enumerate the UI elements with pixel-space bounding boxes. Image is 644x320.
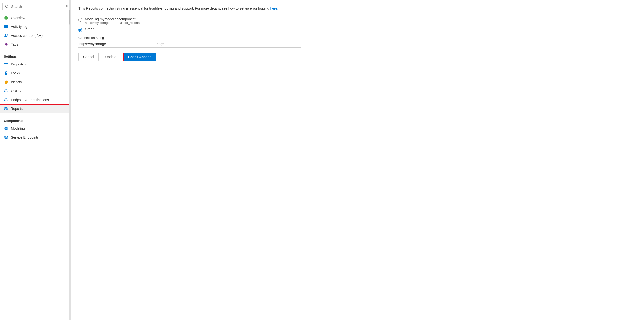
check-access-button[interactable]: Check Access bbox=[123, 53, 156, 61]
radio-option1-path: /Root_reports bbox=[120, 21, 140, 25]
search-box[interactable] bbox=[2, 3, 66, 10]
svg-rect-5 bbox=[5, 27, 7, 27]
sidebar-item-reports[interactable]: Reports bbox=[0, 104, 69, 113]
sidebar-label-access-control: Access control (IAM) bbox=[11, 34, 43, 38]
identity-icon bbox=[4, 80, 8, 84]
connection-string-input[interactable] bbox=[78, 41, 300, 48]
sidebar-item-properties[interactable]: Properties bbox=[0, 60, 69, 69]
activity-log-icon bbox=[4, 25, 8, 29]
sidebar-label-overview: Overview bbox=[11, 16, 25, 20]
endpoint-auth-icon bbox=[4, 98, 8, 102]
sidebar-item-overview[interactable]: Overview bbox=[0, 13, 69, 22]
svg-point-7 bbox=[7, 34, 8, 36]
components-header: Components bbox=[0, 115, 69, 124]
search-icon bbox=[5, 5, 9, 9]
settings-header: Settings bbox=[0, 51, 69, 60]
radio-modeling-input[interactable] bbox=[78, 18, 82, 22]
radio-modeling-label: Modeling mymodelingcomponent https://mys… bbox=[85, 17, 140, 25]
collapse-sidebar-button[interactable]: « bbox=[64, 3, 69, 9]
sidebar-label-identity: Identity bbox=[11, 80, 22, 84]
radio-other-input[interactable] bbox=[78, 28, 82, 32]
sidebar-label-service-endpoints: Service Endpoints bbox=[11, 135, 39, 139]
sidebar-label-tags: Tags bbox=[11, 43, 18, 47]
radio-option1-url: https://mystorage. bbox=[85, 21, 110, 25]
sidebar-item-tags[interactable]: Tags bbox=[0, 40, 69, 49]
cancel-button[interactable]: Cancel bbox=[78, 53, 99, 61]
tag-icon bbox=[4, 42, 8, 47]
svg-rect-10 bbox=[4, 64, 8, 65]
main-content: This Reports connection string is essent… bbox=[70, 0, 644, 320]
sidebar-label-modeling: Modeling bbox=[11, 126, 25, 130]
svg-line-1 bbox=[8, 8, 9, 9]
svg-rect-12 bbox=[5, 73, 8, 75]
sidebar-item-locks[interactable]: Locks bbox=[0, 69, 69, 78]
sidebar-item-service-endpoints[interactable]: Service Endpoints bbox=[0, 133, 69, 142]
svg-point-8 bbox=[6, 44, 6, 44]
sidebar-label-reports: Reports bbox=[10, 107, 23, 111]
radio-other-label: Other bbox=[85, 27, 94, 31]
svg-rect-4 bbox=[5, 26, 8, 27]
info-link[interactable]: here. bbox=[270, 7, 278, 10]
sidebar-nav: Overview Activity log Access control (IA… bbox=[0, 13, 69, 320]
info-text: This Reports connection string is essent… bbox=[78, 6, 636, 11]
button-row: Cancel Update Check Access bbox=[78, 53, 636, 61]
svg-rect-11 bbox=[4, 65, 8, 66]
modeling-icon bbox=[4, 126, 8, 131]
connection-string-label: Connection String bbox=[78, 36, 636, 40]
sidebar-item-modeling[interactable]: Modeling bbox=[0, 124, 69, 133]
settings-divider bbox=[4, 50, 65, 50]
svg-point-6 bbox=[5, 34, 6, 36]
reports-icon bbox=[4, 106, 8, 111]
sidebar-item-cors[interactable]: CORS bbox=[0, 86, 69, 95]
sidebar-item-access-control[interactable]: Access control (IAM) bbox=[0, 31, 69, 40]
sidebar-label-activity-log: Activity log bbox=[11, 25, 28, 29]
svg-rect-9 bbox=[4, 63, 8, 64]
sidebar-item-identity[interactable]: Identity bbox=[0, 78, 69, 86]
service-endpoints-icon bbox=[4, 135, 8, 140]
sidebar-item-endpoint-auth[interactable]: Endpoint Authentications bbox=[0, 95, 69, 104]
svg-point-2 bbox=[4, 16, 8, 20]
sidebar-label-locks: Locks bbox=[11, 71, 20, 75]
lock-icon bbox=[4, 71, 8, 75]
properties-icon bbox=[4, 62, 8, 66]
search-input[interactable] bbox=[11, 5, 64, 9]
components-divider bbox=[4, 114, 65, 114]
cors-icon bbox=[4, 89, 8, 93]
radio-group: Modeling mymodelingcomponent https://mys… bbox=[78, 17, 636, 32]
circle-green-icon bbox=[4, 16, 8, 20]
people-icon bbox=[4, 33, 8, 38]
sidebar-item-activity-log[interactable]: Activity log bbox=[0, 22, 69, 31]
sidebar: Overview Activity log Access control (IA… bbox=[0, 0, 69, 320]
radio-option-modeling[interactable]: Modeling mymodelingcomponent https://mys… bbox=[78, 17, 636, 25]
radio-option-other[interactable]: Other bbox=[78, 27, 636, 32]
sidebar-label-properties: Properties bbox=[11, 62, 27, 66]
sidebar-label-cors: CORS bbox=[11, 89, 21, 93]
sidebar-label-endpoint-auth: Endpoint Authentications bbox=[11, 98, 49, 102]
update-button[interactable]: Update bbox=[101, 53, 121, 61]
